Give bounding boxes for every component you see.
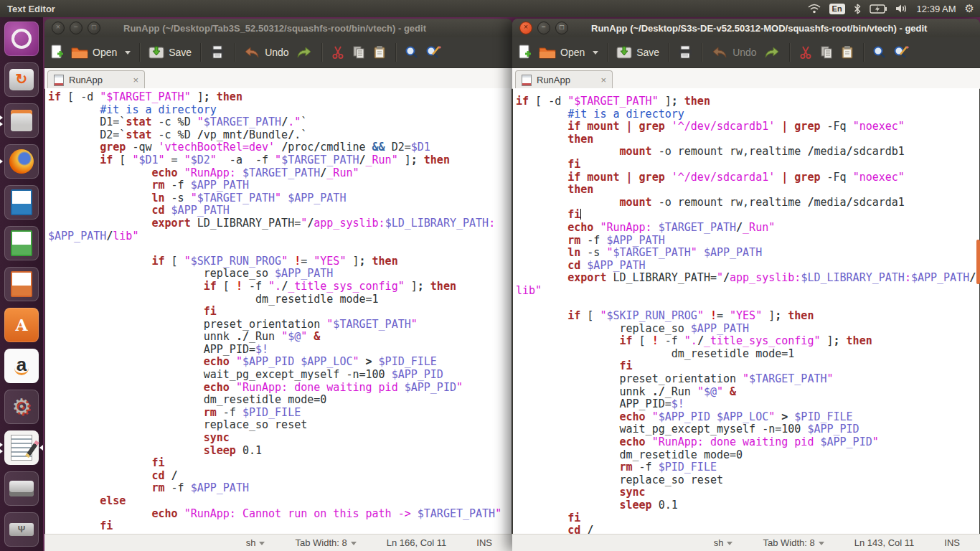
chevron-down-icon [351, 542, 357, 545]
launcher-item-ubuntu-software-center[interactable]: A [4, 308, 39, 342]
code-line: echo "RunApp: $TARGET_PATH/_Run" [516, 222, 979, 235]
code-line: ln -s "$TARGET_PATH" $APP_PATH [48, 192, 512, 205]
titlebar[interactable]: × − □ RunApp (~/Desktop/S3s-DE-v52.50312… [512, 19, 980, 37]
gedit-window-right[interactable]: × − □ RunApp (~/Desktop/S3s-DE-v52.50312… [512, 19, 980, 551]
toolbar-separator [395, 43, 396, 62]
cut-button[interactable] [798, 45, 813, 60]
wifi-icon[interactable] [808, 4, 821, 14]
launcher-item-hard-disk[interactable] [4, 471, 39, 506]
close-button[interactable]: × [519, 22, 532, 34]
save-button[interactable]: Save [616, 45, 659, 60]
redo-button[interactable] [296, 46, 313, 59]
clock[interactable]: 12:39 AM [917, 4, 956, 14]
undo-button[interactable]: Undo [711, 46, 756, 59]
launcher-item-dash-home[interactable] [4, 22, 39, 56]
open-menu-arrow[interactable] [593, 51, 598, 55]
battery-icon[interactable] [870, 4, 887, 14]
launcher-item-firefox[interactable] [4, 144, 39, 179]
maximize-button[interactable]: □ [88, 22, 100, 34]
code-line: D2=`stat -c %D /vp_mnt/Bundle/.` [48, 129, 512, 142]
tab-label: RunApp [537, 75, 570, 85]
tab-runapp[interactable]: RunApp × [515, 70, 613, 89]
close-button[interactable]: × [52, 22, 65, 34]
launcher-item-files[interactable] [4, 103, 39, 138]
tab-width-selector[interactable]: Tab Width: 8 [763, 537, 824, 548]
launcher-item-amazon[interactable]: a [4, 349, 39, 383]
code-line: ln -s "$TARGET_PATH" $APP_PATH [516, 247, 979, 260]
volume-icon[interactable] [895, 4, 908, 14]
code-line [48, 242, 512, 255]
code-line: echo "$APP_PID $APP_LOC" > $PID_FILE [516, 411, 979, 424]
code-line: wait_pg_except_myself -n=100 $APP_PID [48, 369, 512, 382]
replace-button[interactable] [425, 45, 441, 60]
code-line: APP_PID=$! [48, 344, 512, 357]
open-button[interactable]: Open [539, 45, 585, 60]
undo-button[interactable]: Undo [243, 46, 288, 59]
maximize-button[interactable]: □ [555, 22, 568, 34]
tab-close-icon[interactable]: × [133, 75, 138, 85]
open-menu-arrow[interactable] [125, 51, 131, 55]
bluetooth-icon[interactable] [854, 4, 861, 14]
libreoffice-impress-icon [11, 271, 32, 297]
code-line: unnk ./_Run "$@" & [48, 331, 512, 344]
save-button[interactable]: Save [149, 45, 192, 60]
new-document-button[interactable] [50, 44, 65, 60]
code-line: cd $APP_PATH [48, 204, 512, 217]
scrollbar-thumb[interactable] [976, 240, 980, 284]
tab-runapp[interactable]: RunApp × [47, 70, 145, 89]
launcher-item-libreoffice-calc[interactable] [4, 226, 39, 260]
session-gear-icon[interactable]: ⚙ [965, 2, 974, 15]
code-line: rm -f $PID_FILE [48, 407, 512, 420]
code-line: #it is a directory [516, 108, 979, 121]
focused-indicator [39, 445, 43, 451]
cursor-position: Ln 143, Col 11 [854, 537, 915, 548]
code-line: mount -o remount rw,realtime /media/sdca… [516, 146, 979, 159]
new-document-button[interactable] [518, 44, 532, 60]
cut-button[interactable] [331, 45, 345, 60]
tab-width-selector[interactable]: Tab Width: 8 [295, 537, 356, 548]
toolbar-separator [139, 43, 140, 62]
replace-button[interactable] [893, 45, 909, 60]
redo-button[interactable] [763, 46, 781, 59]
keyboard-layout-indicator[interactable]: En [829, 4, 845, 14]
gedit-window-left[interactable]: × − □ RunApp (~/Desktop/Tab3S_52.50312/s… [44, 19, 512, 551]
code-line: if [ ! -f "./_title_sys_config" ]; then [48, 281, 512, 293]
text-area[interactable]: if [ -d "$TARGET_PATH" ]; then #it is a … [45, 88, 512, 534]
copy-button[interactable] [352, 45, 366, 60]
toolbar-separator [200, 43, 201, 62]
tab-close-icon[interactable]: × [600, 75, 606, 85]
code-line: sleep 0.1 [516, 499, 979, 512]
ubuntu-software-center-icon: A [15, 316, 27, 334]
launcher-item-libreoffice-writer[interactable] [4, 185, 39, 220]
text-editor-icon [11, 435, 32, 461]
launcher-item-system-settings[interactable]: ⚙ [4, 390, 39, 424]
titlebar[interactable]: × − □ RunApp (~/Desktop/Tab3S_52.50312/s… [44, 19, 512, 37]
paste-button[interactable] [372, 45, 387, 60]
code-line: dm_resetidle mode=0 [48, 394, 512, 407]
minimize-button[interactable]: − [70, 22, 83, 34]
code-line: unnk ./_Run "$@" & [516, 386, 979, 399]
language-selector[interactable]: sh [714, 537, 733, 548]
print-button[interactable] [677, 45, 693, 60]
print-button[interactable] [209, 45, 225, 60]
find-button[interactable] [872, 45, 887, 60]
code-line: #it is a directory [48, 104, 512, 117]
code-line: fi [516, 159, 979, 171]
system-tray: En 12:39 AM ⚙ [808, 2, 974, 15]
copy-button[interactable] [819, 45, 834, 60]
open-button[interactable]: Open [71, 45, 117, 60]
find-button[interactable] [405, 45, 419, 60]
code-line: preset_orientation "$TARGET_PATH" [516, 373, 979, 386]
text-area[interactable]: if [ -d "$TARGET_PATH" ]; then #it is a … [513, 88, 979, 534]
software-updater-icon: ↻ [9, 69, 34, 90]
system-settings-icon: ⚙ [12, 395, 32, 419]
launcher-item-software-updater[interactable]: ↻ [4, 62, 39, 97]
launcher-item-usb-drive[interactable]: Ψ [4, 512, 39, 547]
launcher-item-text-editor[interactable] [4, 430, 39, 465]
launcher-item-libreoffice-impress[interactable] [4, 267, 39, 301]
language-selector[interactable]: sh [246, 537, 265, 548]
code-line: sleep 0.1 [48, 445, 512, 458]
paste-button[interactable] [840, 45, 854, 60]
minimize-button[interactable]: − [537, 22, 550, 34]
toolbar: Open Save Undo [512, 37, 980, 68]
